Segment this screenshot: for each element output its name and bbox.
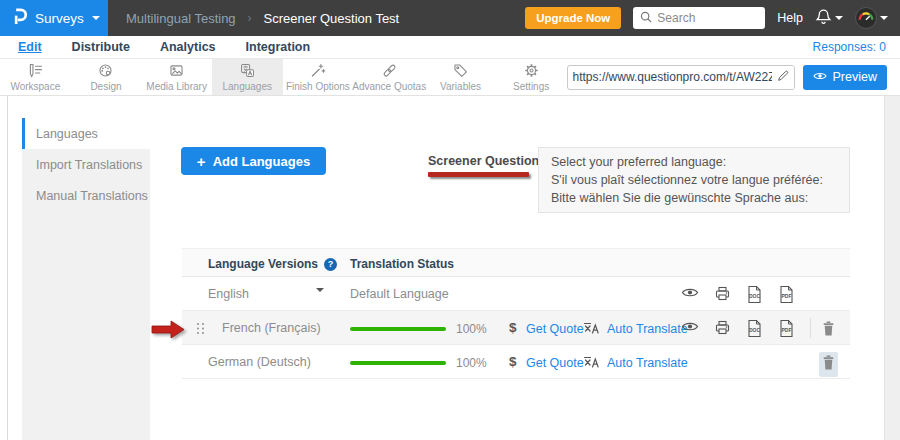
add-languages-button[interactable]: + Add Languages bbox=[181, 147, 326, 175]
tool-finish-options[interactable]: Finish Options bbox=[283, 59, 354, 95]
export-doc-icon[interactable]: DOC bbox=[746, 285, 763, 308]
chevron-down-icon bbox=[835, 16, 843, 20]
get-quote-link[interactable]: Get Quote bbox=[526, 322, 584, 336]
magic-wand-icon bbox=[308, 62, 327, 79]
image-icon bbox=[167, 62, 186, 79]
svg-text:PDF: PDF bbox=[782, 293, 792, 299]
export-pdf-icon[interactable]: PDF bbox=[778, 285, 795, 308]
drag-handle-icon[interactable] bbox=[197, 323, 204, 334]
upgrade-now-button[interactable]: Upgrade Now bbox=[525, 7, 621, 29]
language-name: English bbox=[208, 287, 249, 301]
tool-variables[interactable]: Variables bbox=[425, 59, 496, 95]
translation-progress-bar bbox=[350, 327, 446, 331]
tool-settings[interactable]: Settings bbox=[496, 59, 567, 95]
table-row-german: German (Deutsch) 100% $ Get Quote Auto T… bbox=[182, 345, 850, 379]
tool-design[interactable]: Design bbox=[71, 59, 142, 95]
tab-edit[interactable]: Edit bbox=[18, 40, 42, 54]
col-translation-status: Translation Status bbox=[350, 257, 454, 271]
workspace-icon bbox=[26, 62, 45, 79]
dollar-icon[interactable]: $ bbox=[509, 320, 517, 335]
language-versions-table: Language Versions ? Translation Status E… bbox=[182, 248, 850, 379]
tab-integration[interactable]: Integration bbox=[246, 40, 311, 54]
responses-count[interactable]: Responses: 0 bbox=[813, 40, 886, 54]
col-language-versions: Language Versions bbox=[208, 257, 318, 271]
print-icon[interactable] bbox=[714, 285, 731, 306]
breadcrumb-separator: › bbox=[248, 11, 252, 25]
topbar-actions: Upgrade Now Help bbox=[525, 7, 900, 29]
edit-url-button[interactable] bbox=[772, 66, 794, 89]
preview-language-icon[interactable] bbox=[681, 319, 699, 337]
account-menu[interactable] bbox=[855, 7, 888, 29]
top-bar: Surveys Multilingual Testing › Screener … bbox=[0, 0, 900, 36]
toolbar-right: https://www.questionpro.com/t/AW22Zd50 P… bbox=[567, 59, 900, 95]
bell-icon bbox=[815, 8, 832, 29]
table-row-french: French (Français) 100% $ Get Quote Auto … bbox=[182, 311, 850, 345]
auto-translate-icon[interactable] bbox=[583, 321, 601, 339]
red-underline-annotation bbox=[428, 172, 529, 177]
screener-question-fr: S'il vous plaît sélectionnez votre langu… bbox=[551, 173, 837, 187]
auto-translate-link[interactable]: Auto Translate bbox=[607, 322, 688, 336]
svg-text:DOC: DOC bbox=[749, 293, 761, 299]
screener-question-preview: Select your preferred language: S'il vou… bbox=[538, 147, 850, 213]
screener-question-de: Bitte wählen Sie die gewünschte Sprache … bbox=[551, 191, 837, 205]
sidebar-item-languages[interactable]: Languages bbox=[22, 118, 150, 149]
delete-language-icon[interactable] bbox=[819, 352, 838, 377]
edit-toolbar: Workspace Design Media Library bbox=[0, 59, 900, 96]
export-doc-icon[interactable]: DOC bbox=[746, 319, 763, 342]
questionpro-logo-icon bbox=[12, 6, 27, 31]
dollar-icon[interactable]: $ bbox=[509, 354, 517, 369]
language-select-dropdown[interactable] bbox=[316, 292, 324, 310]
global-search[interactable] bbox=[633, 7, 765, 29]
tool-advance-quotas[interactable]: Advance Quotas bbox=[353, 59, 425, 95]
table-header: Language Versions ? Translation Status bbox=[182, 248, 850, 277]
tool-languages[interactable]: Languages bbox=[212, 59, 283, 95]
surveys-menu[interactable]: Surveys bbox=[0, 0, 108, 36]
get-quote-link[interactable]: Get Quote bbox=[526, 356, 584, 370]
delete-language-icon[interactable] bbox=[819, 318, 838, 343]
help-icon[interactable]: ? bbox=[324, 258, 337, 271]
translate-icon bbox=[238, 62, 257, 79]
breadcrumb-folder[interactable]: Multilingual Testing bbox=[126, 11, 236, 26]
tab-distribute[interactable]: Distribute bbox=[72, 40, 130, 54]
chain-links-icon bbox=[380, 62, 399, 79]
breadcrumb-survey-title[interactable]: Screener Question Test bbox=[264, 11, 400, 26]
export-pdf-icon[interactable]: PDF bbox=[778, 319, 795, 342]
survey-nav: Edit Distribute Analytics Integration Re… bbox=[0, 36, 900, 59]
tag-icon bbox=[451, 62, 470, 79]
eye-icon bbox=[813, 70, 827, 84]
auto-translate-link[interactable]: Auto Translate bbox=[607, 356, 688, 370]
survey-url-field[interactable]: https://www.questionpro.com/t/AW22Zd50 bbox=[567, 65, 795, 90]
tool-media-library[interactable]: Media Library bbox=[141, 59, 212, 95]
help-link[interactable]: Help bbox=[777, 11, 803, 25]
translation-progress-value: 100% bbox=[456, 356, 487, 370]
svg-text:PDF: PDF bbox=[782, 327, 792, 333]
svg-text:DOC: DOC bbox=[749, 327, 761, 333]
search-input[interactable] bbox=[657, 11, 758, 25]
sidebar-item-manual-translations[interactable]: Manual Translations bbox=[22, 180, 150, 211]
pencil-icon bbox=[777, 70, 789, 85]
tab-analytics[interactable]: Analytics bbox=[160, 40, 216, 54]
language-name: French (Français) bbox=[222, 321, 321, 335]
add-languages-label: Add Languages bbox=[213, 154, 311, 169]
sidebar-item-import-translations[interactable]: Import Translations bbox=[22, 149, 150, 180]
survey-url-text[interactable]: https://www.questionpro.com/t/AW22Zd50 bbox=[568, 70, 772, 84]
right-margin bbox=[884, 96, 900, 440]
avatar bbox=[855, 7, 877, 29]
auto-translate-icon[interactable] bbox=[583, 355, 601, 373]
table-row-english: English Default Language DOC PDF bbox=[182, 277, 850, 311]
plus-icon: + bbox=[197, 153, 206, 170]
preview-button-label: Preview bbox=[833, 70, 877, 84]
print-icon[interactable] bbox=[714, 319, 731, 340]
default-language-label: Default Language bbox=[350, 287, 449, 301]
left-edge-divider bbox=[7, 96, 8, 440]
preview-button[interactable]: Preview bbox=[803, 65, 887, 90]
notifications-menu[interactable] bbox=[815, 8, 843, 29]
gear-icon bbox=[522, 62, 541, 79]
palette-icon bbox=[96, 62, 115, 79]
translation-progress-value: 100% bbox=[456, 322, 487, 336]
breadcrumb: Multilingual Testing › Screener Question… bbox=[126, 11, 399, 26]
surveys-menu-label: Surveys bbox=[35, 11, 84, 26]
preview-language-icon[interactable] bbox=[681, 285, 699, 303]
tool-workspace[interactable]: Workspace bbox=[0, 59, 71, 95]
icon-divider bbox=[810, 318, 811, 338]
